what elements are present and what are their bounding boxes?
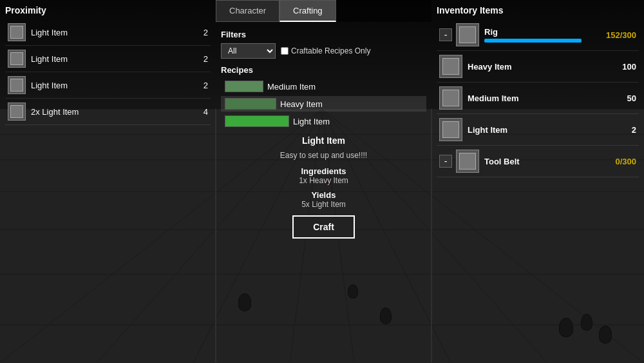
item-count-2: 2 (204, 54, 208, 64)
ingredients-title: Ingredients (221, 166, 426, 176)
inv-count-toolbelt: 0/300 (611, 157, 636, 166)
recipe-name-light: Light Item (293, 117, 330, 126)
inv-info-toolbelt: Tool Belt (484, 157, 611, 166)
tab-crafting[interactable]: Crafting (279, 0, 336, 22)
minus-button-rig[interactable]: - (439, 28, 452, 41)
inv-info-medium: Medium Item (468, 93, 611, 103)
proximity-item-4[interactable]: 2x Light Item 4 (5, 99, 211, 125)
recipe-name-medium: Medium Item (267, 82, 316, 92)
inv-name-toolbelt: Tool Belt (484, 157, 611, 166)
crafting-panel: Character Crafting Filters All Weapons T… (216, 0, 431, 363)
inv-info-rig: Rig (484, 27, 606, 43)
inv-name-heavy: Heavy Item (468, 62, 611, 72)
inventory-item-light: Light Item 2 (437, 114, 639, 146)
item-name-3: Light Item (31, 81, 198, 90)
inv-count-light: 2 (611, 125, 636, 135)
tab-character[interactable]: Character (216, 0, 279, 22)
item-count-4: 4 (204, 107, 208, 117)
inv-count-rig: 152/300 (606, 30, 636, 40)
inv-bar-rig (484, 39, 582, 43)
recipe-bar-light (225, 115, 289, 127)
inventory-item-toolbelt: - Tool Belt 0/300 (437, 146, 639, 177)
proximity-panel: Proximity Light Item 2 Light Item 2 Ligh… (0, 0, 216, 363)
tabs-container: Character Crafting (216, 0, 431, 22)
ingredients-detail: 1x Heavy Item (221, 176, 426, 185)
inv-name-light: Light Item (468, 125, 611, 135)
minus-button-toolbelt[interactable]: - (439, 155, 452, 168)
recipe-item-medium[interactable]: Medium Item (221, 79, 426, 94)
item-icon-2 (8, 50, 26, 68)
filters-row: All Weapons Tools Materials Craftable Re… (221, 43, 426, 59)
filters-title: Filters (221, 30, 426, 39)
item-icon-3 (8, 76, 26, 94)
item-name-1: Light Item (31, 28, 198, 37)
craftable-filter-text: Craftable Recipes Only (291, 46, 370, 55)
yields-detail: 5x Light Item (221, 200, 426, 209)
item-name-2: Light Item (31, 54, 198, 64)
inventory-panel: Inventory Items - Rig 152/300 Heavy Item… (431, 0, 644, 363)
item-name-4: 2x Light Item (31, 107, 198, 117)
inv-name-rig: Rig (484, 27, 606, 37)
yields-title: Yields (221, 190, 426, 200)
inv-info-light: Light Item (468, 125, 611, 135)
yields-section: Yields 5x Light Item (221, 190, 426, 209)
craftable-filter-label[interactable]: Craftable Recipes Only (281, 46, 370, 55)
inventory-item-medium: Medium Item 50 (437, 83, 639, 114)
proximity-item-1[interactable]: Light Item 2 (5, 19, 211, 46)
inventory-item-heavy: Heavy Item 100 (437, 51, 639, 83)
proximity-item-2[interactable]: Light Item 2 (5, 46, 211, 72)
ingredients-section: Ingredients 1x Heavy Item (221, 166, 426, 185)
craftable-filter-checkbox[interactable] (281, 47, 289, 55)
inv-icon-light (439, 118, 462, 141)
inventory-title: Inventory Items (437, 5, 639, 15)
recipe-name-heavy: Heavy Item (280, 99, 323, 109)
inv-icon-heavy (439, 55, 462, 78)
recipe-bar-medium (225, 81, 263, 92)
recipe-item-light[interactable]: Light Item (221, 113, 426, 129)
proximity-title: Proximity (5, 5, 211, 15)
panel-content: Filters All Weapons Tools Materials Craf… (216, 22, 431, 363)
inv-icon-medium (439, 86, 462, 110)
recipe-bar-heavy (225, 98, 276, 110)
recipe-item-heavy[interactable]: Heavy Item (221, 96, 426, 112)
craft-button[interactable]: Craft (292, 215, 355, 239)
recipes-title: Recipes (221, 65, 426, 75)
ui-overlay: Proximity Light Item 2 Light Item 2 Ligh… (0, 0, 644, 363)
inv-info-heavy: Heavy Item (468, 62, 611, 72)
proximity-item-3[interactable]: Light Item 2 (5, 72, 211, 99)
inv-icon-toolbelt (456, 150, 479, 173)
item-icon-1 (8, 23, 26, 41)
filter-select[interactable]: All Weapons Tools Materials (221, 43, 276, 59)
inv-count-heavy: 100 (611, 62, 636, 72)
inv-count-medium: 50 (611, 93, 636, 103)
recipe-list: Medium Item Heavy Item Light Item (221, 79, 426, 129)
selected-item-name: Light Item (221, 135, 426, 146)
item-count-3: 2 (204, 81, 208, 90)
item-icon-4 (8, 103, 26, 121)
item-description: Easy to set up and use!!!! (221, 151, 426, 160)
inventory-item-rig: - Rig 152/300 (437, 19, 639, 51)
inv-name-medium: Medium Item (468, 93, 611, 103)
item-count-1: 2 (204, 28, 208, 37)
inv-icon-rig (456, 23, 479, 46)
